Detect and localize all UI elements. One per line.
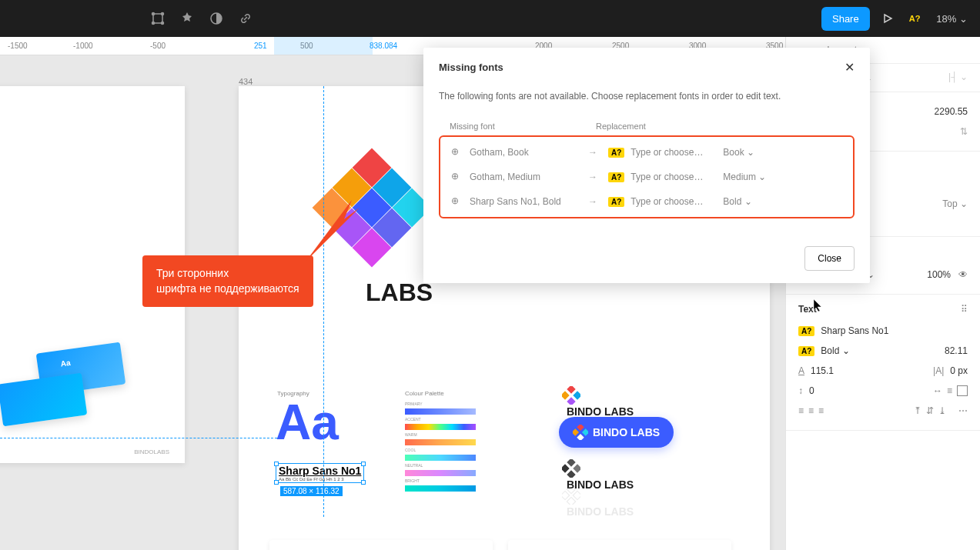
- y-input[interactable]: 2290.55: [935, 106, 968, 117]
- brand-card-pos: BINDO POS Aa Sharp Sans No1: [508, 540, 731, 550]
- close-button[interactable]: Close: [804, 246, 855, 271]
- share-button[interactable]: Share: [821, 7, 870, 31]
- logo-variant-1: BINDO LABS: [562, 386, 634, 418]
- missing-fonts-dialog: Missing fonts ✕ The following fonts are …: [423, 48, 870, 283]
- frame-tool-icon[interactable]: [151, 12, 165, 25]
- guide-vertical: [323, 86, 324, 517]
- locate-icon[interactable]: ⊕: [451, 146, 463, 158]
- text-align-bottom-icon[interactable]: ⤓: [938, 405, 946, 416]
- replacement-input[interactable]: Type or choose…: [630, 147, 723, 158]
- replacement-input[interactable]: Type or choose…: [630, 196, 723, 207]
- visibility-icon[interactable]: 👁: [958, 269, 968, 280]
- svg-rect-28: [562, 491, 570, 499]
- more-align-icon[interactable]: |┤ ⌄: [948, 72, 968, 84]
- line-height-input[interactable]: 115.1: [811, 365, 834, 376]
- weight-dropdown[interactable]: Medium ⌄: [723, 172, 766, 182]
- fixed-size-icon[interactable]: [957, 385, 968, 396]
- font-family-dropdown[interactable]: Sharp Sans No1: [821, 325, 888, 336]
- text-styles-icon[interactable]: ⠿: [961, 304, 968, 315]
- weight-dropdown[interactable]: Bold ⌄: [723, 196, 751, 207]
- text-more-icon[interactable]: ⋯: [958, 405, 968, 416]
- font-row: ⊕ Gotham, Book → A? Type or choose… Book…: [447, 140, 847, 165]
- svg-rect-27: [567, 486, 575, 494]
- text-align-center-icon[interactable]: ≡: [808, 405, 814, 416]
- text-align-top-icon[interactable]: ⤒: [914, 405, 921, 416]
- arrow-right-icon: →: [588, 147, 604, 158]
- selected-text-layer[interactable]: Sharp Sans No1 Aa Bb Cc Dd Ee Ff Gg Hh 1…: [276, 463, 364, 483]
- dialog-title: Missing fonts: [439, 62, 503, 73]
- svg-rect-22: [577, 434, 584, 440]
- close-icon[interactable]: ✕: [845, 60, 855, 75]
- locate-icon[interactable]: ⊕: [451, 195, 463, 208]
- font-row: ⊕ Sharp Sans No1, Bold → A? Type or choo…: [447, 189, 847, 214]
- letter-spacing-input[interactable]: 0 px: [950, 365, 968, 376]
- svg-rect-23: [567, 459, 575, 467]
- paragraph-spacing-input[interactable]: 0: [809, 385, 814, 396]
- font-size-input[interactable]: 82.11: [945, 345, 968, 356]
- svg-rect-18: [567, 397, 575, 405]
- selection-dimensions: 587.08 × 116.32: [280, 486, 343, 496]
- present-icon[interactable]: [882, 13, 893, 24]
- svg-point-4: [162, 22, 164, 25]
- locate-icon[interactable]: ⊕: [451, 171, 463, 183]
- svg-rect-20: [573, 428, 579, 435]
- svg-rect-30: [567, 497, 575, 505]
- guide-horizontal: [0, 438, 277, 438]
- svg-rect-15: [567, 386, 575, 394]
- callout-annotation: Три сторонних шрифта не поддерживаются: [142, 255, 313, 307]
- auto-height-icon[interactable]: ≡: [947, 385, 952, 396]
- font-rows-highlighted: ⊕ Gotham, Book → A? Type or choose… Book…: [439, 135, 855, 218]
- logo-variant-ghost: BINDO LABS: [562, 486, 634, 518]
- vertical-constraint[interactable]: Top ⌄: [942, 198, 968, 209]
- mask-icon[interactable]: [209, 12, 223, 25]
- svg-rect-25: [573, 464, 580, 472]
- topbar: Share A? 18% ⌄: [0, 0, 980, 37]
- text-align-right-icon[interactable]: ≡: [818, 405, 824, 416]
- cursor-icon: [814, 299, 823, 312]
- link-icon[interactable]: [239, 12, 253, 25]
- svg-point-1: [152, 13, 155, 15]
- svg-rect-0: [153, 14, 162, 23]
- palette-heading: Colour Palette: [405, 390, 444, 397]
- text-align-middle-icon[interactable]: ⇵: [926, 405, 934, 416]
- replacement-input[interactable]: Type or choose…: [630, 172, 723, 182]
- logo-variant-pill: BINDO LABS: [559, 417, 674, 448]
- weight-dropdown[interactable]: Book ⌄: [723, 147, 754, 158]
- arrow-right-icon: →: [588, 172, 604, 182]
- arrow-right-icon: →: [588, 196, 604, 207]
- missing-font-indicator[interactable]: A?: [905, 12, 925, 25]
- typography-sample: Aa: [276, 394, 339, 451]
- frame-label: 434: [239, 77, 253, 86]
- color-palette: PRIMARY ACCENT WARM COOL NEUTRAL BRIGHT: [405, 400, 476, 494]
- svg-rect-17: [573, 391, 580, 399]
- effects-icon[interactable]: [180, 12, 194, 25]
- svg-rect-19: [577, 425, 584, 431]
- svg-point-2: [162, 13, 164, 15]
- svg-rect-26: [567, 470, 575, 478]
- zoom-dropdown[interactable]: 18% ⌄: [936, 13, 968, 25]
- svg-rect-29: [573, 491, 580, 499]
- svg-rect-21: [582, 428, 588, 435]
- text-align-left-icon[interactable]: ≡: [798, 405, 804, 416]
- brand-card-labs: BINDO LABS Aa Sharp Sans No1: [269, 540, 493, 550]
- constrain-icon[interactable]: ⇅: [960, 126, 968, 137]
- opacity-input[interactable]: 100%: [927, 269, 951, 280]
- svg-rect-24: [562, 464, 570, 472]
- auto-width-icon[interactable]: ↔: [933, 385, 942, 396]
- svg-rect-16: [562, 391, 570, 399]
- dialog-message: The following fonts are not available. C…: [439, 91, 855, 102]
- font-row: ⊕ Gotham, Medium → A? Type or choose… Me…: [447, 165, 847, 189]
- font-weight-dropdown[interactable]: Bold ⌄: [821, 345, 849, 356]
- svg-point-3: [152, 22, 155, 25]
